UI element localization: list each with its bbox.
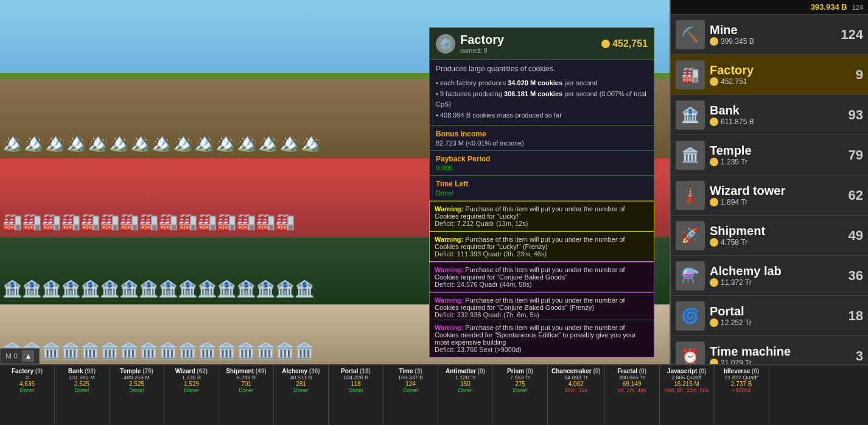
payback-value: 0.005 [436,164,648,172]
warning-box-2: Warning: Purchase of this item will put … [429,262,654,292]
bottom-item-val1-4: 6.789 B [237,374,256,381]
bottom-item-name-1: Bank (93) [68,368,96,374]
bottom-item-fractal[interactable]: Fractal (0) 390.665 Tr 69,149 9h, 2m, 49… [605,365,660,425]
bottom-item-val1-3: 1.239 B [182,374,201,381]
sidebar-item-mine[interactable]: ⛏️Mine399.345 B124 [671,15,868,55]
bottom-item-status-13: >9000d [732,387,751,393]
sidebar-name-6: Alchemy lab [710,264,863,278]
tooltip-title-area: ⚙️ Factory owned: 9 [436,33,504,54]
coin-icon [601,40,610,48]
sidebar-icon-alchemy-lab: ⚗️ [676,261,705,290]
sidebar-name-0: Mine [710,23,863,37]
bottom-item-val1-0: 0 [26,374,29,381]
sidebar-cost-1: 452,751 [710,77,863,86]
bottom-item-antimatter[interactable]: Antimatter (0) 1.120 Tr 150 Done! [438,365,493,425]
bonus-income-value: 82.723 M (<0.01% of income) [436,139,648,147]
sidebar-item-time-machine[interactable]: ⏰Time machine21.079 Tr3 [671,336,868,364]
warning-box-0: Warning: Purchase of this item will put … [429,201,654,231]
bottom-item-val2-8: 150 [460,381,471,387]
sidebar-icon-wizard-tower: 🗼 [676,181,705,210]
bottom-item-name-0: Factory (9) [12,368,43,374]
bottom-item-name-4: Shipment (49) [226,368,266,374]
bottom-item-status-7: Done! [403,387,418,393]
bottom-item-val2-1: 2,525 [74,381,89,387]
sidebar-icon-bank: 🏦 [676,100,705,130]
bottom-item-val1-7: 169.337 B [398,374,423,381]
bottom-item-val2-7: 124 [405,381,416,387]
top-currency: 393.934 B [811,2,847,12]
sidebar-icon-temple: 🏛️ [676,141,705,170]
top-sidebar-count: 124 [852,4,863,11]
sidebar-item-portal[interactable]: 🌀Portal12.252 Tr18 [671,296,868,336]
bottom-item-bank[interactable]: Bank (93) 131.982 M 2,525 Done! [55,365,110,425]
bottom-item-val1-2: 489.259 M [124,374,150,381]
sidebar-icon-portal: 🌀 [676,301,705,331]
sidebar-item-bank[interactable]: 🏦Bank611.875 B93 [671,95,868,135]
sidebar-item-temple[interactable]: 🏛️Temple1.235 Tr79 [671,135,868,175]
sidebar-count-0: 124 [841,27,863,43]
factory-gear-icon: ⚙️ [436,34,455,54]
sidebar-cost-8: 21.079 Tr [710,359,863,364]
bottom-item-javascript[interactable]: Javascript (0) 2.865 Quadr 16.215 M 89d,… [660,365,715,425]
sidebar-count-6: 36 [849,268,863,284]
sidebar-name-8: Time machine [710,345,863,359]
bottom-item-portal[interactable]: Portal (18) 104.226 B 118 Done! [329,365,383,425]
bottom-item-val2-5: 281 [296,381,306,387]
sidebar-coin-icon-0 [710,37,718,46]
bottom-item-name-13: Idleverse (0) [724,368,759,374]
bottom-item-prism[interactable]: Prism (0) 7.553 Tr 275 Done! [493,365,548,425]
bottom-item-val2-13: 2.737 B [731,381,752,387]
bottom-item-val1-1: 131.982 M [69,374,95,381]
sidebar-count-7: 18 [849,308,863,324]
tooltip-body: Produces large quantities of cookies. • … [430,60,654,125]
tooltip-cost: 452,751 [601,38,648,49]
scroll-up-arrow[interactable]: ▲ [22,350,34,362]
sidebar-count-2: 93 [849,107,863,123]
tooltip-factory-name: Factory [460,33,504,47]
sidebar-coin-icon-8 [710,359,718,364]
sidebar-coin-icon-6 [710,278,718,287]
bottom-item-status-10: 28m, 31s [565,387,587,393]
bottom-item-name-8: Antimatter (0) [446,368,485,374]
sidebar-cost-3: 1.235 Tr [710,158,863,166]
bottom-item-chancemaker[interactable]: Chancemaker (0) 54.693 Tr 4,062 28m, 31s [548,365,605,425]
bottom-item-val1-9: 7.553 Tr [510,374,530,381]
timeleft-value: Done! [436,189,648,197]
bottom-item-idleverse[interactable]: Idleverse (0) 21.822 Quadr 2.737 B >9000… [715,365,769,425]
sidebar-icon-mine: ⛏️ [676,20,705,49]
sidebar-count-3: 79 [849,147,863,163]
bottom-item-temple[interactable]: Temple (79) 489.259 M 2,525 Done! [110,365,164,425]
bottom-item-factory[interactable]: Factory (9) 0 4,636 Done! [0,365,55,425]
tooltip-header: ⚙️ Factory owned: 9 452,751 [430,28,654,60]
bottom-item-val2-3: 1,529 [184,381,199,387]
sidebar-count-8: 3 [856,348,863,364]
bottom-item-status-0: Done! [19,387,34,393]
bottom-item-shipment[interactable]: Shipment (49) 6.789 B 701 Done! [219,365,274,425]
bottom-item-status-8: Done! [458,387,472,393]
sidebar-cost-4: 1.894 Tr [710,198,863,206]
sidebar-coin-icon-4 [710,198,718,206]
sidebar-item-wizard-tower[interactable]: 🗼Wizard tower1.894 Tr62 [671,175,868,216]
bottom-item-name-10: Chancemaker (0) [551,368,601,374]
bottom-item-name-3: Wizard (62) [175,368,208,374]
sidebar-item-alchemy-lab[interactable]: ⚗️Alchemy lab11.372 Tr36 [671,256,868,296]
warning-box-1: Warning: Purchase of this item will put … [429,231,654,262]
bottom-item-name-11: Fractal (0) [617,368,646,374]
warning-box-4: Warning: Purchase of this item will put … [429,320,654,357]
bottom-item-alchemy[interactable]: Alchemy (36) 40.511 B 281 Done! [274,365,329,425]
bottom-item-time[interactable]: Time (3) 169.337 B 124 Done! [383,365,438,425]
sidebar-coin-icon-7 [710,318,718,327]
payback-title: Payback Period [436,155,648,163]
sidebar-name-2: Bank [710,104,863,118]
tooltip-stat-3: • 408.994 B cookies mass-produced so far [436,110,648,121]
tooltip-bonus-section: Bonus Income 82.723 M (<0.01% of income) [430,125,654,150]
sidebar-item-factory[interactable]: 🏭Factory452,7519 [671,55,868,95]
bottom-item-wizard[interactable]: Wizard (62) 1.239 B 1,529 Done! [164,365,219,425]
top-currency-bar: 393.934 B 124 [671,0,868,15]
sidebar-item-shipment[interactable]: 🚀Shipment4.758 Tr49 [671,216,868,256]
tooltip-payback-section: Payback Period 0.005 [430,150,654,175]
bottom-item-val1-13: 21.822 Quadr [725,374,758,381]
bottom-item-name-5: Alchemy (36) [282,368,320,374]
bottom-item-val2-10: 4,062 [569,381,584,387]
tooltip-stat-2: • 9 factories producing 306.181 M cookie… [436,89,648,110]
